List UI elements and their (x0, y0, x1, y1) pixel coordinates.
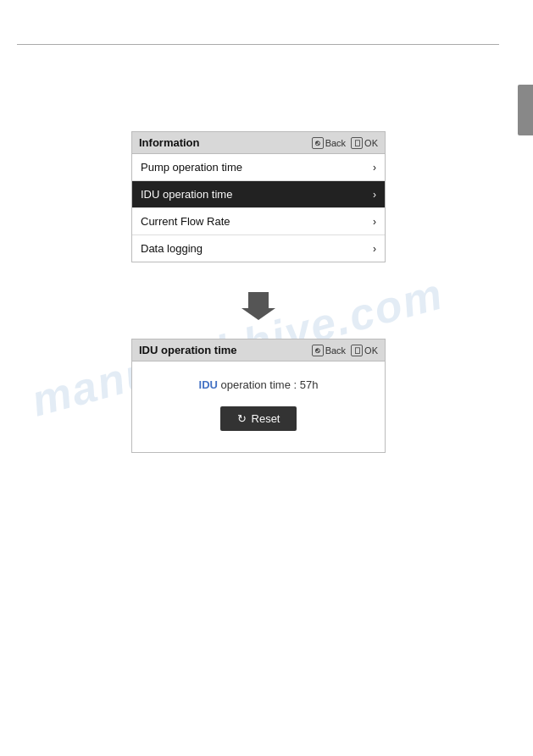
chevron-icon-pump: › (373, 162, 376, 174)
idu-panel-content: IDU operation time : 57h ↻ Reset (132, 361, 385, 452)
ok-button[interactable]: ⎕ OK (351, 137, 378, 149)
information-panel-title: Information (139, 136, 200, 149)
back-label: Back (325, 138, 346, 148)
menu-item-pump-label: Pump operation time (141, 161, 242, 174)
information-panel: Information ⎋ Back ⎕ OK Pump operation t… (131, 131, 386, 262)
chevron-icon-flow: › (373, 216, 376, 228)
idu-panel-header: IDU operation time ⎋ Back ⎕ OK (132, 339, 385, 361)
ok-label: OK (364, 138, 378, 148)
back-button[interactable]: ⎋ Back (312, 137, 346, 149)
menu-item-idu[interactable]: IDU operation time › (132, 181, 385, 208)
arrow-down (242, 288, 275, 322)
idu-blue-label: IDU (199, 378, 218, 391)
idu-panel-title: IDU operation time (139, 344, 237, 356)
menu-item-idu-label: IDU operation time (141, 188, 232, 201)
reset-label: Reset (252, 412, 280, 425)
idu-back-icon: ⎋ (312, 345, 324, 356)
idu-operation-text: IDU operation time : 57h (141, 378, 376, 391)
reset-button[interactable]: ↻ Reset (220, 406, 297, 431)
top-divider (17, 44, 499, 45)
chevron-icon-logging: › (373, 243, 376, 255)
ok-icon: ⎕ (351, 137, 363, 149)
information-panel-header: Information ⎋ Back ⎕ OK (132, 132, 385, 154)
idu-operation-detail: operation time : 57h (218, 378, 319, 391)
idu-ok-icon: ⎕ (351, 345, 363, 356)
menu-item-logging-label: Data logging (141, 242, 203, 255)
header-buttons: ⎋ Back ⎕ OK (312, 137, 378, 149)
menu-item-flow[interactable]: Current Flow Rate › (132, 208, 385, 235)
menu-item-logging[interactable]: Data logging › (132, 235, 385, 262)
idu-operation-panel: IDU operation time ⎋ Back ⎕ OK IDU opera… (131, 339, 386, 453)
svg-marker-0 (242, 292, 275, 320)
side-tab (518, 85, 533, 135)
idu-back-button[interactable]: ⎋ Back (312, 345, 346, 356)
chevron-icon-idu: › (373, 189, 376, 201)
reset-icon: ↻ (237, 412, 247, 425)
idu-ok-label: OK (364, 345, 378, 356)
idu-header-buttons: ⎋ Back ⎕ OK (312, 345, 378, 356)
idu-ok-button[interactable]: ⎕ OK (351, 345, 378, 356)
back-icon: ⎋ (312, 137, 324, 149)
menu-item-flow-label: Current Flow Rate (141, 215, 230, 228)
menu-item-pump[interactable]: Pump operation time › (132, 154, 385, 181)
idu-back-label: Back (325, 345, 346, 356)
